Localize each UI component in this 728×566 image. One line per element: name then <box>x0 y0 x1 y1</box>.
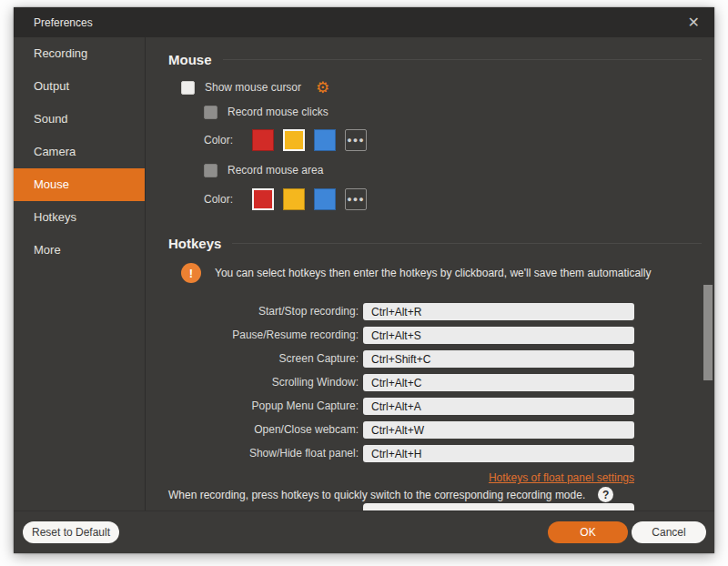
hotkeys-section-header: Hotkeys <box>168 234 702 252</box>
hotkey-input-pause-resume[interactable] <box>363 327 634 344</box>
title-bar: Preferences ✕ <box>14 7 714 37</box>
mouse-section-title: Mouse <box>168 52 212 67</box>
help-icon[interactable]: ? <box>598 487 613 502</box>
recording-note-row: When recording, press hotkeys to quickly… <box>168 487 714 502</box>
show-mouse-cursor-row: Show mouse cursor ⚙ <box>181 79 714 96</box>
record-mouse-area-label: Record mouse area <box>228 164 323 177</box>
dialog-body: Recording Output Sound Camera Mouse Hotk… <box>14 37 714 510</box>
hotkey-list: Start/Stop recording: Pause/Resume recor… <box>168 303 634 462</box>
clicks-color-blue-swatch[interactable] <box>314 129 336 151</box>
hotkey-label: Start/Stop recording: <box>168 303 359 320</box>
ok-button[interactable]: OK <box>548 521 628 543</box>
hotkey-row-pause-resume: Pause/Resume recording: <box>168 327 634 344</box>
hotkey-row-start-stop: Start/Stop recording: <box>168 303 634 320</box>
area-color-row: Color: ●●● <box>204 188 714 210</box>
hotkey-input-start-stop[interactable] <box>363 303 634 320</box>
preferences-dialog: Preferences ✕ Recording Output Sound Cam… <box>14 7 714 553</box>
hotkey-row-webcam: Open/Close webcam: <box>168 421 634 439</box>
cancel-button[interactable]: Cancel <box>632 521 706 543</box>
mouse-section-header: Mouse <box>168 50 702 68</box>
footer-bar: Reset to Default OK Cancel <box>14 510 714 553</box>
area-color-blue-swatch[interactable] <box>314 188 336 210</box>
clicks-color-red-swatch[interactable] <box>252 129 274 151</box>
window-title: Preferences <box>34 16 93 29</box>
float-panel-settings-link[interactable]: Hotkeys of float panel settings <box>489 471 634 484</box>
sidebar-item-hotkeys[interactable]: Hotkeys <box>14 201 145 234</box>
clicks-color-yellow-swatch[interactable] <box>283 129 305 151</box>
hotkey-row-float-panel: Show/Hide float panel: <box>168 445 634 462</box>
hotkey-label: Show/Hide float panel: <box>168 445 359 462</box>
hotkey-field-partial[interactable] <box>363 503 634 510</box>
sidebar-item-sound[interactable]: Sound <box>14 103 145 136</box>
hotkey-row-screen-capture: Screen Capture: <box>168 350 634 368</box>
settings-panel: Mouse Show mouse cursor ⚙ Record mouse c… <box>146 37 714 510</box>
hotkey-row-scrolling-window: Scrolling Window: <box>168 374 634 391</box>
hotkeys-info-text: You can select hotkeys then enter the ho… <box>215 267 651 279</box>
hotkey-label: Pause/Resume recording: <box>168 327 359 344</box>
clicks-color-label: Color: <box>204 134 243 147</box>
hotkeys-info-row: ! You can select hotkeys then enter the … <box>181 263 714 283</box>
clicks-color-row: Color: ●●● <box>204 129 714 151</box>
scrollbar-thumb[interactable] <box>703 285 713 380</box>
sidebar-item-recording[interactable]: Recording <box>14 37 145 70</box>
sidebar-item-camera[interactable]: Camera <box>14 136 145 168</box>
hotkey-input-screen-capture[interactable] <box>363 350 634 368</box>
sidebar-item-output[interactable]: Output <box>14 70 145 103</box>
record-mouse-clicks-row: Record mouse clicks <box>204 104 714 120</box>
hotkey-input-scrolling-window[interactable] <box>363 374 634 391</box>
exclamation-icon: ! <box>181 263 201 283</box>
recording-note-text: When recording, press hotkeys to quickly… <box>168 489 585 501</box>
area-color-label: Color: <box>204 193 243 206</box>
show-mouse-cursor-checkbox[interactable] <box>181 81 195 95</box>
record-mouse-clicks-label: Record mouse clicks <box>228 106 329 118</box>
record-mouse-clicks-checkbox[interactable] <box>204 106 217 119</box>
area-color-red-swatch[interactable] <box>252 188 274 210</box>
hotkey-label: Open/Close webcam: <box>168 421 359 439</box>
hotkey-label: Popup Menu Capture: <box>168 398 359 415</box>
gear-icon[interactable]: ⚙ <box>316 80 329 96</box>
hotkey-input-float-panel[interactable] <box>363 445 634 462</box>
clicks-more-colors-button[interactable]: ●●● <box>345 129 367 151</box>
show-mouse-cursor-label: Show mouse cursor <box>205 81 301 94</box>
area-more-colors-button[interactable]: ●●● <box>345 188 367 210</box>
sidebar: Recording Output Sound Camera Mouse Hotk… <box>14 37 146 510</box>
record-mouse-area-checkbox[interactable] <box>204 164 217 177</box>
hotkey-input-webcam[interactable] <box>363 421 634 439</box>
float-panel-link-row: Hotkeys of float panel settings <box>168 469 634 481</box>
record-mouse-area-row: Record mouse area <box>204 162 714 178</box>
close-icon[interactable]: ✕ <box>688 15 700 30</box>
hotkey-label: Scrolling Window: <box>168 374 359 391</box>
hotkey-input-popup-menu[interactable] <box>363 398 634 415</box>
reset-to-default-button[interactable]: Reset to Default <box>23 521 119 543</box>
area-color-yellow-swatch[interactable] <box>283 188 305 210</box>
sidebar-item-mouse[interactable]: Mouse <box>14 168 145 201</box>
sidebar-item-more[interactable]: More <box>14 234 145 267</box>
hotkey-row-popup-menu: Popup Menu Capture: <box>168 398 634 415</box>
hotkey-label: Screen Capture: <box>168 350 359 368</box>
hotkeys-section-title: Hotkeys <box>168 236 221 251</box>
